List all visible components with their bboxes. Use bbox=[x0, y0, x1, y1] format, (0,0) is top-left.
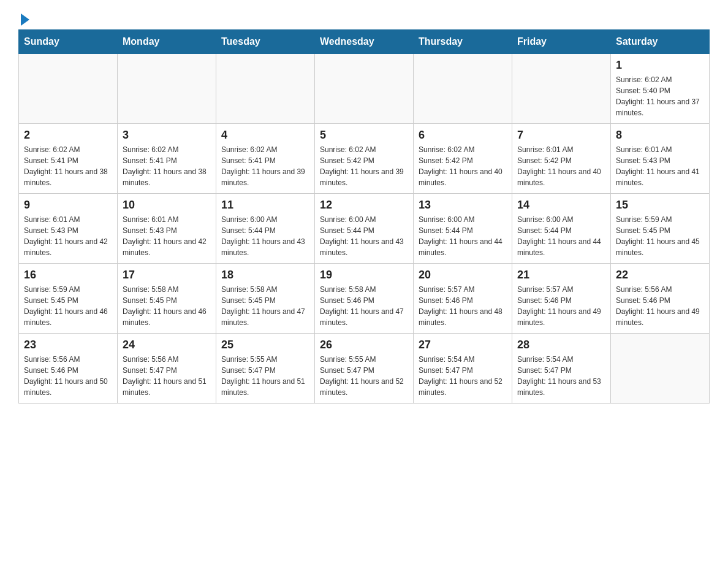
day-cell: 25Sunrise: 5:55 AMSunset: 5:47 PMDayligh… bbox=[216, 334, 315, 404]
day-info: Sunrise: 6:00 AMSunset: 5:44 PMDaylight:… bbox=[419, 214, 507, 258]
week-row-3: 16Sunrise: 5:59 AMSunset: 5:45 PMDayligh… bbox=[19, 264, 710, 334]
day-header-friday: Friday bbox=[512, 30, 611, 54]
day-cell: 10Sunrise: 6:01 AMSunset: 5:43 PMDayligh… bbox=[118, 194, 216, 264]
day-info: Sunrise: 5:59 AMSunset: 5:45 PMDaylight:… bbox=[616, 214, 704, 258]
day-info: Sunrise: 5:56 AMSunset: 5:47 PMDaylight:… bbox=[123, 354, 211, 398]
day-cell: 19Sunrise: 5:58 AMSunset: 5:46 PMDayligh… bbox=[315, 264, 414, 334]
day-number: 12 bbox=[320, 199, 408, 212]
day-number: 24 bbox=[123, 339, 211, 351]
day-info: Sunrise: 6:00 AMSunset: 5:44 PMDaylight:… bbox=[320, 214, 408, 258]
day-header-wednesday: Wednesday bbox=[315, 30, 414, 54]
day-cell bbox=[512, 54, 611, 124]
day-number: 5 bbox=[320, 129, 408, 142]
day-info: Sunrise: 5:59 AMSunset: 5:45 PMDaylight:… bbox=[24, 284, 112, 328]
day-number: 10 bbox=[123, 199, 211, 212]
day-info: Sunrise: 5:58 AMSunset: 5:46 PMDaylight:… bbox=[320, 284, 408, 328]
day-cell: 16Sunrise: 5:59 AMSunset: 5:45 PMDayligh… bbox=[19, 264, 118, 334]
day-info: Sunrise: 6:01 AMSunset: 5:43 PMDaylight:… bbox=[24, 214, 112, 258]
day-number: 18 bbox=[221, 269, 309, 282]
day-number: 3 bbox=[123, 129, 211, 142]
day-number: 14 bbox=[517, 199, 605, 212]
day-cell: 9Sunrise: 6:01 AMSunset: 5:43 PMDaylight… bbox=[19, 194, 118, 264]
day-info: Sunrise: 6:02 AMSunset: 5:41 PMDaylight:… bbox=[221, 144, 309, 188]
day-info: Sunrise: 6:02 AMSunset: 5:42 PMDaylight:… bbox=[419, 144, 507, 188]
day-number: 21 bbox=[517, 269, 605, 282]
day-header-thursday: Thursday bbox=[414, 30, 512, 54]
day-info: Sunrise: 5:58 AMSunset: 5:45 PMDaylight:… bbox=[221, 284, 309, 328]
day-info: Sunrise: 6:01 AMSunset: 5:42 PMDaylight:… bbox=[517, 144, 605, 188]
day-info: Sunrise: 6:02 AMSunset: 5:40 PMDaylight:… bbox=[616, 74, 704, 118]
day-number: 16 bbox=[24, 269, 112, 282]
day-cell: 12Sunrise: 6:00 AMSunset: 5:44 PMDayligh… bbox=[315, 194, 414, 264]
day-info: Sunrise: 6:02 AMSunset: 5:42 PMDaylight:… bbox=[320, 144, 408, 188]
day-cell: 22Sunrise: 5:56 AMSunset: 5:46 PMDayligh… bbox=[611, 264, 710, 334]
day-cell: 5Sunrise: 6:02 AMSunset: 5:42 PMDaylight… bbox=[315, 124, 414, 194]
day-cell: 13Sunrise: 6:00 AMSunset: 5:44 PMDayligh… bbox=[414, 194, 512, 264]
day-info: Sunrise: 5:57 AMSunset: 5:46 PMDaylight:… bbox=[517, 284, 605, 328]
day-info: Sunrise: 6:02 AMSunset: 5:41 PMDaylight:… bbox=[24, 144, 112, 188]
week-row-4: 23Sunrise: 5:56 AMSunset: 5:46 PMDayligh… bbox=[19, 334, 710, 404]
calendar-table: SundayMondayTuesdayWednesdayThursdayFrid… bbox=[18, 29, 710, 404]
week-row-0: 1Sunrise: 6:02 AMSunset: 5:40 PMDaylight… bbox=[19, 54, 710, 124]
day-info: Sunrise: 5:56 AMSunset: 5:46 PMDaylight:… bbox=[24, 354, 112, 398]
day-number: 4 bbox=[221, 129, 309, 142]
day-cell: 11Sunrise: 6:00 AMSunset: 5:44 PMDayligh… bbox=[216, 194, 315, 264]
day-cell: 4Sunrise: 6:02 AMSunset: 5:41 PMDaylight… bbox=[216, 124, 315, 194]
calendar-header: SundayMondayTuesdayWednesdayThursdayFrid… bbox=[19, 30, 710, 54]
week-row-1: 2Sunrise: 6:02 AMSunset: 5:41 PMDaylight… bbox=[19, 124, 710, 194]
day-cell: 27Sunrise: 5:54 AMSunset: 5:47 PMDayligh… bbox=[414, 334, 512, 404]
day-number: 8 bbox=[616, 129, 704, 142]
day-info: Sunrise: 5:54 AMSunset: 5:47 PMDaylight:… bbox=[419, 354, 507, 398]
day-number: 1 bbox=[616, 59, 704, 72]
day-number: 7 bbox=[517, 129, 605, 142]
day-cell bbox=[611, 334, 710, 404]
day-info: Sunrise: 6:00 AMSunset: 5:44 PMDaylight:… bbox=[221, 214, 309, 258]
day-cell: 14Sunrise: 6:00 AMSunset: 5:44 PMDayligh… bbox=[512, 194, 611, 264]
day-cell bbox=[118, 54, 216, 124]
day-info: Sunrise: 5:58 AMSunset: 5:45 PMDaylight:… bbox=[123, 284, 211, 328]
day-cell bbox=[216, 54, 315, 124]
calendar-body: 1Sunrise: 6:02 AMSunset: 5:40 PMDaylight… bbox=[19, 54, 710, 404]
day-info: Sunrise: 5:55 AMSunset: 5:47 PMDaylight:… bbox=[221, 354, 309, 398]
day-cell: 1Sunrise: 6:02 AMSunset: 5:40 PMDaylight… bbox=[611, 54, 710, 124]
day-number: 26 bbox=[320, 339, 408, 351]
day-cell: 20Sunrise: 5:57 AMSunset: 5:46 PMDayligh… bbox=[414, 264, 512, 334]
day-info: Sunrise: 6:00 AMSunset: 5:44 PMDaylight:… bbox=[517, 214, 605, 258]
day-cell bbox=[414, 54, 512, 124]
day-cell: 3Sunrise: 6:02 AMSunset: 5:41 PMDaylight… bbox=[118, 124, 216, 194]
day-cell: 23Sunrise: 5:56 AMSunset: 5:46 PMDayligh… bbox=[19, 334, 118, 404]
day-cell: 28Sunrise: 5:54 AMSunset: 5:47 PMDayligh… bbox=[512, 334, 611, 404]
day-number: 17 bbox=[123, 269, 211, 282]
day-number: 25 bbox=[221, 339, 309, 351]
day-info: Sunrise: 6:02 AMSunset: 5:41 PMDaylight:… bbox=[123, 144, 211, 188]
day-cell: 18Sunrise: 5:58 AMSunset: 5:45 PMDayligh… bbox=[216, 264, 315, 334]
day-number: 15 bbox=[616, 199, 704, 212]
day-number: 20 bbox=[419, 269, 507, 282]
day-cell: 21Sunrise: 5:57 AMSunset: 5:46 PMDayligh… bbox=[512, 264, 611, 334]
day-info: Sunrise: 5:56 AMSunset: 5:46 PMDaylight:… bbox=[616, 284, 704, 328]
day-info: Sunrise: 6:01 AMSunset: 5:43 PMDaylight:… bbox=[616, 144, 704, 188]
day-header-monday: Monday bbox=[118, 30, 216, 54]
day-header-tuesday: Tuesday bbox=[216, 30, 315, 54]
day-number: 23 bbox=[24, 339, 112, 351]
day-number: 2 bbox=[24, 129, 112, 142]
day-header-sunday: Sunday bbox=[19, 30, 118, 54]
day-cell: 17Sunrise: 5:58 AMSunset: 5:45 PMDayligh… bbox=[118, 264, 216, 334]
day-cell: 7Sunrise: 6:01 AMSunset: 5:42 PMDaylight… bbox=[512, 124, 611, 194]
day-number: 27 bbox=[419, 339, 507, 351]
day-number: 22 bbox=[616, 269, 704, 282]
logo bbox=[18, 12, 29, 23]
day-number: 6 bbox=[419, 129, 507, 142]
day-cell: 24Sunrise: 5:56 AMSunset: 5:47 PMDayligh… bbox=[118, 334, 216, 404]
day-cell: 8Sunrise: 6:01 AMSunset: 5:43 PMDaylight… bbox=[611, 124, 710, 194]
day-number: 9 bbox=[24, 199, 112, 212]
day-cell bbox=[19, 54, 118, 124]
logo-arrow-icon bbox=[21, 13, 29, 26]
day-cell: 26Sunrise: 5:55 AMSunset: 5:47 PMDayligh… bbox=[315, 334, 414, 404]
week-row-2: 9Sunrise: 6:01 AMSunset: 5:43 PMDaylight… bbox=[19, 194, 710, 264]
day-header-saturday: Saturday bbox=[611, 30, 710, 54]
day-cell: 2Sunrise: 6:02 AMSunset: 5:41 PMDaylight… bbox=[19, 124, 118, 194]
day-info: Sunrise: 5:55 AMSunset: 5:47 PMDaylight:… bbox=[320, 354, 408, 398]
page-header bbox=[18, 12, 710, 23]
day-number: 11 bbox=[221, 199, 309, 212]
